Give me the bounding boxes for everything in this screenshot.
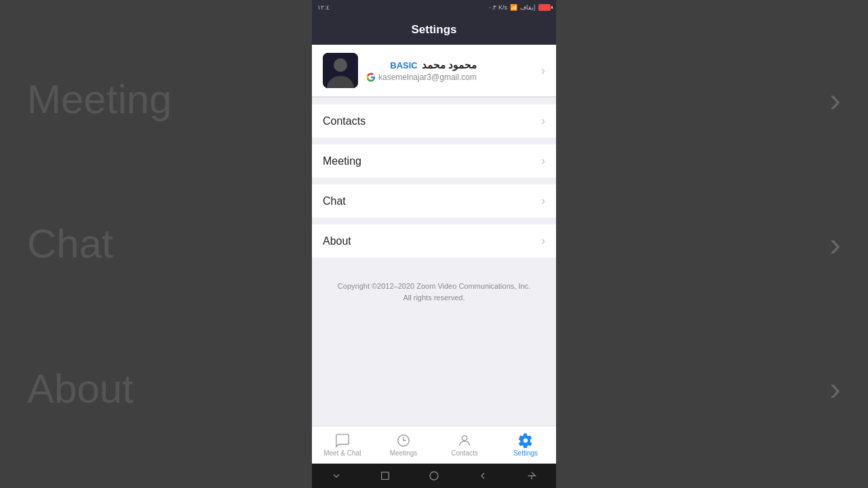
menu-list-3: Chat › xyxy=(312,184,556,218)
svg-point-4 xyxy=(462,436,467,441)
settings-header: Settings xyxy=(312,15,556,45)
menu-chevron-about: › xyxy=(541,234,545,248)
menu-list: Contacts › xyxy=(312,104,556,138)
menu-list-4: About › xyxy=(312,224,556,258)
copyright-section: Copyright ©2012–2020 Zoom Video Communic… xyxy=(312,264,556,319)
status-wifi: 📶 xyxy=(510,4,517,11)
bg-chevron-2: › xyxy=(829,224,841,264)
meetings-icon xyxy=(396,433,411,448)
profile-email-row: kasemelnajar3@gmail.com xyxy=(366,73,477,82)
nav-item-meet-chat[interactable]: Meet & Chat xyxy=(312,430,373,460)
nav-item-settings[interactable]: Settings xyxy=(495,430,556,460)
settings-nav-icon xyxy=(518,433,533,448)
profile-info-container: محمود محمد BASIC kasemelnajar3@gm xyxy=(323,53,477,88)
menu-label-about: About xyxy=(323,235,351,247)
svg-rect-5 xyxy=(382,472,389,480)
back-arrow-icon xyxy=(477,470,488,481)
background-right: › › › xyxy=(556,0,868,488)
down-chevron-icon xyxy=(331,470,342,481)
square-icon xyxy=(380,470,391,481)
nav-item-meetings[interactable]: Meetings xyxy=(373,430,434,460)
menu-chevron-meeting: › xyxy=(541,154,545,168)
divider-3 xyxy=(312,178,556,184)
background-left: Meeting Chat About xyxy=(0,0,312,488)
battery-icon xyxy=(538,4,551,11)
divider-4 xyxy=(312,218,556,224)
meet-chat-icon xyxy=(335,433,350,448)
menu-item-about[interactable]: About › xyxy=(312,224,556,258)
profile-name-row: محمود محمد BASIC xyxy=(366,59,477,71)
profile-text-info: محمود محمد BASIC kasemelnajar3@gm xyxy=(366,59,477,82)
google-icon xyxy=(366,73,376,82)
menu-item-chat[interactable]: Chat › xyxy=(312,184,556,218)
menu-label-chat: Chat xyxy=(323,195,346,207)
menu-list-2: Meeting › xyxy=(312,144,556,178)
profile-name: محمود محمد xyxy=(422,59,477,71)
home-circle-icon xyxy=(429,470,439,481)
status-time: ١٢:٤ xyxy=(317,4,330,11)
android-down-btn[interactable] xyxy=(323,466,350,485)
avatar-svg xyxy=(323,53,358,88)
status-bar: ١٢:٤ ٠.٣ K/s 📶 إيقاف xyxy=(312,0,556,15)
status-right-icons: ٠.٣ K/s 📶 إيقاف xyxy=(488,4,551,11)
bg-text-meeting: Meeting xyxy=(27,76,285,123)
svg-point-1 xyxy=(334,58,347,72)
android-home-btn[interactable] xyxy=(420,466,448,485)
copyright-line2: All rights reserved. xyxy=(323,292,545,304)
status-battery-text: إيقاف xyxy=(520,4,536,11)
avatar xyxy=(323,53,358,88)
menu-item-contacts[interactable]: Contacts › xyxy=(312,104,556,138)
svg-point-6 xyxy=(430,472,438,480)
header-title: Settings xyxy=(411,23,456,37)
menu-icon xyxy=(526,470,537,481)
menu-chevron-contacts: › xyxy=(541,114,545,128)
bg-chevron-1: › xyxy=(829,80,841,119)
bottom-nav: Meet & Chat Meetings Contacts Settings xyxy=(312,426,556,464)
divider-5 xyxy=(312,258,556,264)
profile-email: kasemelnajar3@gmail.com xyxy=(378,73,477,82)
android-menu-btn[interactable] xyxy=(518,466,545,485)
nav-label-contacts: Contacts xyxy=(451,449,477,457)
profile-section[interactable]: محمود محمد BASIC kasemelnajar3@gm xyxy=(312,45,556,98)
profile-badge: BASIC xyxy=(390,60,417,70)
avatar-image xyxy=(323,53,358,88)
nav-label-meet-chat: Meet & Chat xyxy=(323,449,361,457)
nav-label-meetings: Meetings xyxy=(390,449,418,457)
menu-chevron-chat: › xyxy=(541,194,545,208)
copyright-line1: Copyright ©2012–2020 Zoom Video Communic… xyxy=(323,281,545,292)
menu-label-contacts: Contacts xyxy=(323,115,366,127)
bg-chevron-3: › xyxy=(829,369,841,408)
divider-1 xyxy=(312,98,556,104)
phone-container: ١٢:٤ ٠.٣ K/s 📶 إيقاف Settings xyxy=(312,0,556,488)
nav-item-contacts[interactable]: Contacts xyxy=(434,430,495,460)
bg-text-about: About xyxy=(27,365,285,412)
android-back-btn[interactable] xyxy=(469,466,496,485)
settings-content: محمود محمد BASIC kasemelnajar3@gm xyxy=(312,45,556,426)
android-nav-bar xyxy=(312,464,556,488)
divider-2 xyxy=(312,138,556,144)
status-signal: ٠.٣ K/s xyxy=(488,4,507,11)
bg-text-chat: Chat xyxy=(27,220,285,267)
contacts-nav-icon xyxy=(457,433,472,448)
nav-label-settings: Settings xyxy=(513,449,538,457)
android-square-btn[interactable] xyxy=(372,466,399,485)
menu-item-meeting[interactable]: Meeting › xyxy=(312,144,556,178)
profile-chevron: › xyxy=(541,64,545,78)
menu-label-meeting: Meeting xyxy=(323,155,361,167)
